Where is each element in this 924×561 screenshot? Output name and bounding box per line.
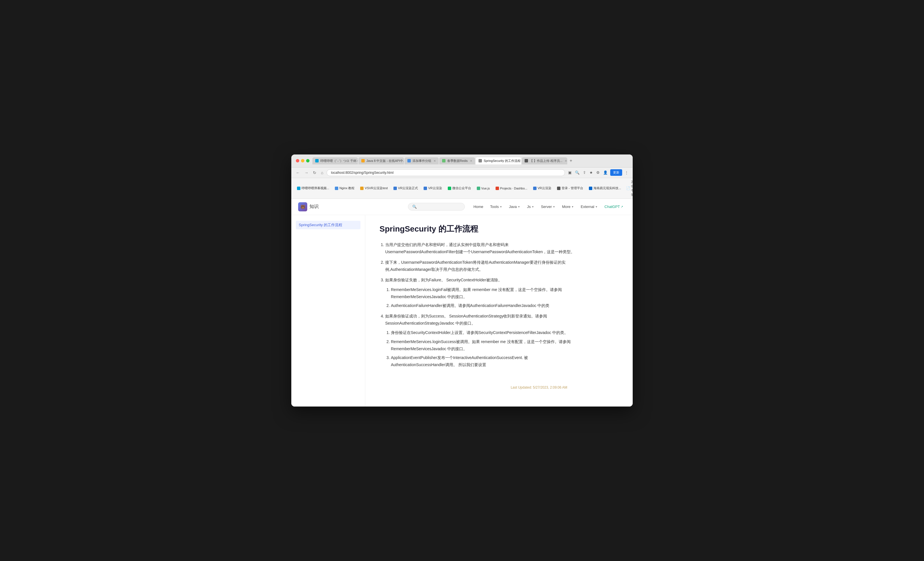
tab-close-4[interactable]: ✕ bbox=[470, 159, 472, 162]
browser-tab-1[interactable]: 哔哩哔哩（' - '）つロ 千杯～ ✕ bbox=[312, 158, 358, 164]
bookmark-label-4: VR云渲染正式 bbox=[398, 186, 418, 190]
url-text: localhost:8002/spring/SpringSecurity.htm… bbox=[331, 171, 393, 175]
sub-list-item-4-3: ApplicationEventPublisher发布一个Interactive… bbox=[391, 354, 579, 368]
article-title: SpringSecurity 的工作流程 bbox=[380, 224, 579, 234]
bookmark-bilibili[interactable]: 哔哩哔哩弹幕视频... bbox=[295, 186, 332, 191]
list-item-4-text: 如果身份验证成功，则为Success。 SessionAuthenticatio… bbox=[385, 314, 547, 326]
forward-button[interactable]: → bbox=[303, 170, 309, 176]
nav-tools[interactable]: Tools ▼ bbox=[488, 203, 505, 210]
browser-tab-2[interactable]: Java 8 中文版 - 在线API中... ✕ bbox=[358, 158, 404, 164]
update-button[interactable]: 更新 bbox=[610, 169, 622, 176]
browser-tab-6[interactable]: 【 】作品上传-程序员... ✕ bbox=[522, 158, 567, 164]
list-item-1-text: 当用户提交他们的用户名和密码时，通过从实例中提取用户名和密码来 Username… bbox=[385, 242, 574, 254]
reload-button[interactable]: ↻ bbox=[312, 170, 318, 176]
nav-server[interactable]: Server ▼ bbox=[538, 203, 558, 210]
list-item-2-text: 接下来，UsernamePasswordAuthenticationToken将… bbox=[385, 260, 566, 272]
tab-title-4: 春季数据Redis bbox=[447, 159, 468, 163]
sub-list-item-4-1: 身份验证在SecurityContextHolder上设置。请参阅Securit… bbox=[391, 329, 579, 336]
sub-list-4: 身份验证在SecurityContextHolder上设置。请参阅Securit… bbox=[385, 329, 579, 368]
nav-external[interactable]: External ▼ bbox=[578, 203, 600, 210]
bookmark-favicon-6 bbox=[448, 187, 451, 190]
article-list: 当用户提交他们的用户名和密码时，通过从实例中提取用户名和密码来 Username… bbox=[380, 241, 579, 369]
bookmark-nginx[interactable]: Nginx 教程 bbox=[333, 186, 357, 191]
list-item-4: 如果身份验证成功，则为Success。 SessionAuthenticatio… bbox=[385, 313, 579, 368]
extensions-icon[interactable]: ⚙ bbox=[596, 170, 600, 176]
bookmark-label-2: Nginx 教程 bbox=[339, 186, 354, 190]
toolbar-icons: ▣ 🔍 ⇧ ★ ⚙ 👤 更新 ⋮ bbox=[567, 169, 629, 176]
menu-icon[interactable]: ⋮ bbox=[624, 170, 629, 176]
bookmarks-more-icon: 📄 bbox=[626, 186, 630, 190]
sub-list-item-4-2: RememberMeServices.loginSuccess被调用。如果 re… bbox=[391, 338, 579, 352]
nav-js-label: Js bbox=[527, 204, 531, 209]
bookmark-vr[interactable]: VR云渲染 bbox=[422, 186, 444, 191]
article-body: 当用户提交他们的用户名和密码时，通过从实例中提取用户名和密码来 Username… bbox=[380, 241, 579, 369]
logo-icon: 🐻 bbox=[298, 202, 307, 212]
tab-favicon-2 bbox=[361, 159, 365, 162]
tab-title-3: 添加事件分组 bbox=[412, 159, 431, 163]
last-updated-value: 5/27/2023, 2:09:06 AM bbox=[533, 386, 567, 390]
nav-more[interactable]: More ▼ bbox=[559, 203, 577, 210]
bookmark-icon[interactable]: ★ bbox=[589, 170, 594, 176]
screenshot-icon[interactable]: ▣ bbox=[567, 170, 572, 176]
bookmark-wechat[interactable]: 微信公众平台 bbox=[446, 186, 473, 191]
bookmark-label-1: 哔哩哔哩弹幕视频... bbox=[302, 186, 329, 190]
nav-java[interactable]: Java ▼ bbox=[506, 203, 523, 210]
bookmark-vr-formal[interactable]: VR云渲染正式 bbox=[391, 186, 420, 191]
external-dropdown-arrow: ▼ bbox=[595, 206, 598, 208]
minimize-button[interactable] bbox=[301, 159, 304, 162]
bookmark-favicon-4 bbox=[393, 187, 397, 190]
site-logo[interactable]: 🐻 知识 bbox=[298, 202, 319, 212]
close-button[interactable] bbox=[296, 159, 299, 162]
bookmark-admin[interactable]: 登录 - 管理平台 bbox=[555, 186, 585, 191]
home-button[interactable]: ⌂ bbox=[320, 170, 324, 176]
bookmark-vsvr[interactable]: VSVR云渲染test bbox=[358, 186, 390, 191]
last-updated-label: Last Updated: bbox=[511, 386, 532, 390]
search-icon[interactable]: 🔍 bbox=[574, 170, 580, 176]
tab-title-5: SpringSecurity 的工作流程 bbox=[484, 159, 520, 163]
back-button[interactable]: ← bbox=[295, 170, 301, 176]
tab-favicon-5 bbox=[478, 159, 482, 162]
maximize-button[interactable] bbox=[306, 159, 309, 162]
list-item-3-text: 如果身份验证失败，则为Failure。 SecurityContextHolde… bbox=[385, 278, 502, 282]
tab-favicon-4 bbox=[442, 159, 446, 162]
bookmarks-more[interactable]: 📄 其他书签 bbox=[624, 179, 633, 197]
sidebar-item-label: SpringSecurity 的工作流程 bbox=[299, 223, 342, 227]
url-bar[interactable]: localhost:8002/spring/SpringSecurity.htm… bbox=[327, 169, 565, 176]
tabs-bar: 哔哩哔哩（' - '）つロ 千杯～ ✕ Java 8 中文版 - 在线API中.… bbox=[312, 158, 628, 164]
nav-chatgpt-label: ChatGPT bbox=[604, 204, 620, 209]
bookmark-favicon-11 bbox=[589, 187, 592, 190]
bookmark-label-10: 登录 - 管理平台 bbox=[562, 186, 583, 190]
browser-tab-3[interactable]: 添加事件分组 ✕ bbox=[405, 158, 439, 164]
site-search-input[interactable] bbox=[408, 203, 465, 210]
share-icon[interactable]: ⇧ bbox=[582, 170, 587, 176]
js-dropdown-arrow: ▼ bbox=[532, 206, 534, 208]
bookmark-hainan[interactable]: 海南易元现实科技... bbox=[586, 186, 623, 191]
bookmark-vue[interactable]: Vue.js bbox=[474, 186, 492, 190]
site-name: 知识 bbox=[309, 204, 319, 210]
nav-java-label: Java bbox=[509, 204, 517, 209]
nav-js[interactable]: Js ▼ bbox=[524, 203, 537, 210]
more-dropdown-arrow: ▼ bbox=[571, 206, 574, 208]
bookmark-projects[interactable]: Projects · Dashbo... bbox=[493, 186, 530, 190]
server-dropdown-arrow: ▼ bbox=[553, 206, 555, 208]
sidebar: SpringSecurity 的工作流程 bbox=[291, 215, 365, 407]
new-tab-button[interactable]: + bbox=[568, 158, 574, 163]
browser-tab-4[interactable]: 春季数据Redis ✕ bbox=[439, 158, 475, 164]
nav-home-label: Home bbox=[473, 204, 483, 209]
bookmark-favicon-5 bbox=[424, 187, 427, 190]
tab-title-6: 【 】作品上传-程序员... bbox=[530, 159, 562, 163]
tab-close-3[interactable]: ✕ bbox=[434, 159, 436, 162]
tab-favicon-6 bbox=[525, 159, 528, 162]
bookmark-vr2[interactable]: VR云渲染 bbox=[531, 186, 554, 191]
user-icon[interactable]: 👤 bbox=[602, 170, 609, 176]
site-header: 🐻 知识 Home Tools ▼ Java ▼ Js bbox=[291, 199, 633, 215]
tab-close-6[interactable]: ✕ bbox=[565, 159, 567, 162]
bookmark-label-8: Projects · Dashbo... bbox=[500, 187, 527, 190]
sidebar-item-springsecurity[interactable]: SpringSecurity 的工作流程 bbox=[296, 221, 360, 229]
bookmarks-more-label: 其他书签 bbox=[631, 180, 633, 197]
nav-chatgpt[interactable]: ChatGPT ↗ bbox=[602, 203, 626, 210]
nav-home[interactable]: Home bbox=[471, 203, 486, 210]
nav-external-label: External bbox=[580, 204, 594, 209]
address-bar: ← → ↻ ⌂ localhost:8002/spring/SpringSecu… bbox=[291, 168, 633, 178]
browser-tab-5[interactable]: SpringSecurity 的工作流程 ✕ bbox=[476, 158, 521, 164]
